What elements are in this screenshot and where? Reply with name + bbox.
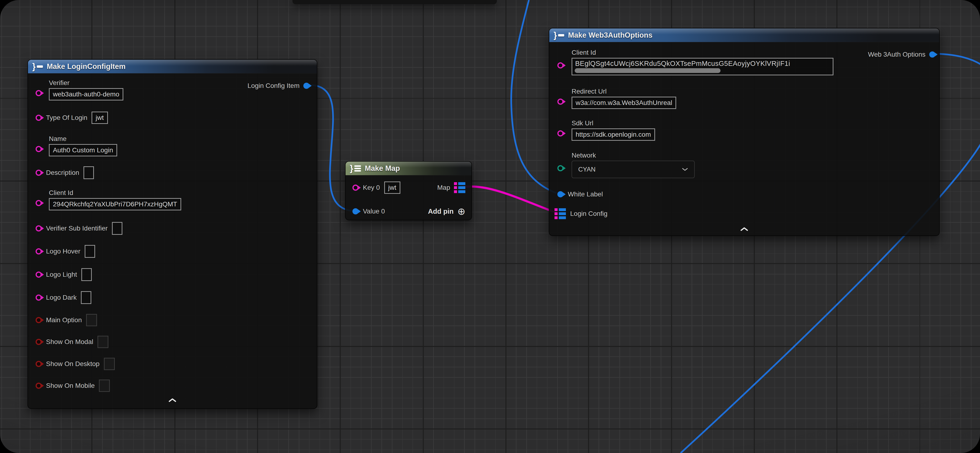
client-id-input[interactable]: 294QRkchfq2YaXUbPri7D6PH7xzHgQMT (49, 198, 181, 211)
name-label: Name (49, 135, 117, 143)
node-make-map[interactable]: } Make Map Key 0 jwt Map Value 0 Add pin… (345, 161, 472, 220)
add-pin-icon[interactable]: ⊕ (457, 207, 465, 216)
white-label-label: White Label (568, 190, 603, 198)
pin-redirect-url[interactable] (557, 98, 563, 105)
pin-sdk-url[interactable] (557, 130, 563, 136)
client-id-row: Client Id BEglQSgt4cUWcj6SKRdu5QkOXTsePm… (571, 49, 834, 75)
node-title: Make Web3AuthOptions (568, 31, 652, 40)
logo-hover-input[interactable] (85, 245, 95, 258)
network-label: Network (571, 152, 695, 159)
name-input[interactable]: Auth0 Custom Login (49, 144, 117, 156)
client-id-text: BEglQSgt4cUWcj6SKRdu5QkOXTsePmMcusG5EAoy… (575, 60, 790, 67)
verifier-input[interactable]: web3auth-auth0-demo (49, 88, 123, 100)
verifier-sub-identifier-input[interactable] (112, 222, 123, 235)
description-input[interactable] (83, 166, 94, 179)
sdk-url-row: Sdk Url https://sdk.openlogin.com (571, 119, 655, 141)
login-config-label: Login Config (570, 210, 608, 217)
add-pin-label: Add pin (428, 207, 454, 215)
node-make-loginconfigitem[interactable]: } Make LoginConfigItem Login Config Item… (27, 59, 317, 409)
client-id-label: Client Id (49, 189, 181, 196)
pin-show-on-mobile[interactable] (36, 383, 42, 389)
main-option-label: Main Option (46, 316, 82, 324)
logo-hover-label: Logo Hover (46, 247, 80, 255)
logo-dark-row: Logo Dark (28, 291, 317, 304)
pin-type-of-login[interactable] (36, 115, 42, 121)
pin-white-label[interactable] (557, 191, 563, 197)
verifier-label: Verifier (49, 79, 123, 87)
network-dropdown[interactable]: CYAN (571, 161, 695, 178)
pin-verifier-sub-identifier[interactable] (36, 225, 42, 231)
verifier-sub-identifier-row: Verifier Sub Identifier (28, 222, 317, 235)
blueprint-graph-canvas[interactable]: } Make LoginConfigItem Login Config Item… (0, 0, 980, 453)
show-on-mobile-label: Show On Mobile (46, 382, 95, 390)
client-id-hscrollbar[interactable] (575, 68, 721, 73)
node-header-make-web3authoptions[interactable]: } Make Web3AuthOptions (549, 29, 939, 42)
collapse-chevron-icon[interactable] (549, 227, 939, 231)
network-selected-value: CYAN (578, 166, 595, 173)
show-on-desktop-checkbox[interactable] (104, 358, 115, 370)
node-header-make-map[interactable]: } Make Map (345, 162, 471, 175)
main-option-row: Main Option (28, 314, 317, 327)
redirect-url-row: Redirect Url w3a://com.w3a.Web3AuthUnrea… (571, 88, 676, 109)
show-on-mobile-checkbox[interactable] (99, 380, 110, 392)
node-title: Make Map (365, 164, 400, 173)
dropdown-chevron-icon (682, 168, 688, 171)
main-option-checkbox[interactable] (86, 314, 97, 326)
pin-map-output[interactable] (454, 182, 465, 193)
name-row: Name Auth0 Custom Login (49, 135, 117, 156)
sdk-url-label: Sdk Url (571, 119, 655, 127)
pin-client-id[interactable] (36, 200, 42, 206)
logo-light-label: Logo Light (46, 271, 77, 279)
collapse-chevron-icon[interactable] (28, 398, 317, 402)
type-of-login-input[interactable]: jwt (92, 112, 108, 124)
client-id-label: Client Id (571, 49, 834, 56)
output-pin-label: Login Config Item (248, 82, 299, 90)
pin-logo-light[interactable] (36, 271, 42, 278)
sdk-url-input[interactable]: https://sdk.openlogin.com (571, 128, 655, 141)
show-on-modal-checkbox[interactable] (97, 336, 108, 348)
logo-light-row: Logo Light (28, 268, 317, 281)
type-of-login-row: Type Of Login jwt (28, 111, 317, 124)
logo-hover-row: Logo Hover (28, 245, 317, 258)
client-id-input[interactable]: BEglQSgt4cUWcj6SKRdu5QkOXTsePmMcusG5EAoy… (571, 58, 834, 75)
description-label: Description (46, 169, 79, 176)
description-row: Description (28, 166, 317, 179)
show-on-mobile-row: Show On Mobile (28, 379, 317, 392)
client-id-row: Client Id 294QRkchfq2YaXUbPri7D6PH7xzHgQ… (49, 189, 181, 211)
pin-web3auth-options-output[interactable] (929, 51, 935, 57)
verifier-sub-identifier-label: Verifier Sub Identifier (46, 225, 108, 232)
make-map-icon: } (350, 164, 361, 173)
pin-network[interactable] (557, 165, 563, 171)
output-pin-label: Web 3Auth Options (868, 51, 926, 58)
pin-show-on-modal[interactable] (36, 339, 42, 345)
show-on-desktop-label: Show On Desktop (46, 360, 100, 368)
verifier-row: Verifier web3auth-auth0-demo (49, 79, 123, 100)
logo-light-input[interactable] (81, 268, 92, 281)
node-header-make-loginconfigitem[interactable]: } Make LoginConfigItem (28, 60, 317, 73)
type-of-login-label: Type Of Login (46, 114, 87, 122)
offscreen-node-bottom-edge[interactable] (293, 0, 497, 4)
pin-main-option[interactable] (36, 317, 42, 323)
pin-client-id[interactable] (557, 62, 563, 68)
logo-dark-input[interactable] (81, 291, 91, 304)
logo-dark-label: Logo Dark (46, 294, 76, 301)
show-on-desktop-row: Show On Desktop (28, 357, 317, 371)
redirect-url-input[interactable]: w3a://com.w3a.Web3AuthUnreal (571, 97, 676, 109)
show-on-modal-row: Show On Modal (28, 335, 317, 348)
wire-map-to-loginconfig[interactable] (463, 187, 556, 212)
redirect-url-label: Redirect Url (571, 88, 676, 95)
pin-login-config[interactable] (555, 208, 566, 219)
pin-logo-dark[interactable] (36, 295, 42, 301)
login-config-row: Login Config (549, 207, 939, 220)
pin-description[interactable] (36, 169, 42, 176)
pin-show-on-desktop[interactable] (36, 361, 42, 367)
map-output-label: Map (438, 184, 450, 192)
pin-logo-hover[interactable] (36, 248, 42, 255)
node-make-web3authoptions[interactable]: } Make Web3AuthOptions Web 3Auth Options… (549, 28, 940, 236)
show-on-modal-label: Show On Modal (46, 338, 93, 346)
network-row: Network CYAN (571, 152, 695, 178)
pin-login-config-item-output[interactable] (303, 83, 310, 89)
pin-name[interactable] (36, 146, 42, 152)
pin-verifier[interactable] (36, 90, 42, 96)
node-title: Make LoginConfigItem (47, 62, 126, 71)
